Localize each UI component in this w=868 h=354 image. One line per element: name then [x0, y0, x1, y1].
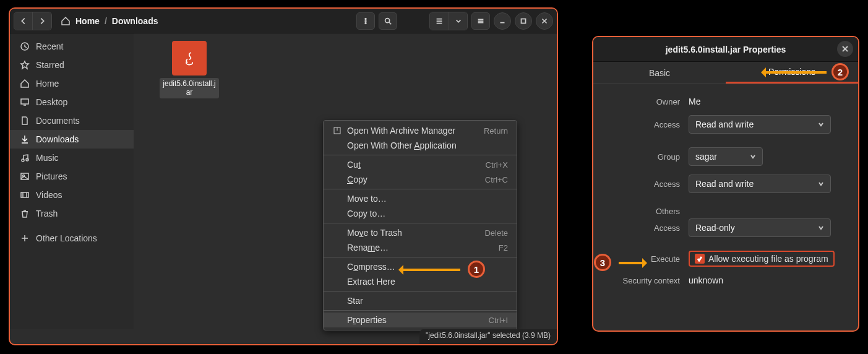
annotation-circle-3: 3 — [594, 254, 611, 271]
sidebar-item-desktop[interactable]: Desktop — [10, 93, 134, 111]
ctx-move-to[interactable]: Move to… — [324, 191, 517, 206]
row-security-context: Security context unknown — [608, 275, 843, 285]
checkbox-checked-icon — [695, 254, 705, 264]
svg-marker-16 — [21, 61, 28, 69]
svg-rect-25 — [21, 192, 28, 197]
annotation-arrow-2 — [765, 71, 827, 74]
properties-header: jedit5.6.0install.jar Properties — [593, 37, 858, 62]
ctx-separator — [324, 189, 517, 189]
grid-view-button[interactable] — [471, 12, 490, 30]
breadcrumb-separator: / — [105, 16, 107, 26]
annotation-circle-1: 1 — [468, 261, 485, 278]
ctx-open-other[interactable]: Open With Other Application — [324, 138, 517, 153]
svg-point-2 — [365, 22, 366, 24]
chevron-down-icon — [750, 153, 756, 160]
sidebar-item-starred[interactable]: Starred — [10, 56, 134, 74]
row-group-access: Access Read and write — [608, 175, 843, 193]
ctx-star[interactable]: Star — [324, 293, 517, 308]
group-select[interactable]: sagar — [689, 147, 763, 166]
sidebar-item-other-locations[interactable]: Other Locations — [10, 229, 134, 248]
svg-point-0 — [365, 18, 366, 19]
breadcrumb-home[interactable]: Home — [75, 16, 100, 26]
close-button[interactable] — [536, 12, 553, 30]
back-button[interactable] — [14, 12, 33, 30]
ctx-cut[interactable]: CutCtrl+X — [324, 157, 517, 172]
chevron-down-icon — [818, 225, 824, 231]
tab-basic[interactable]: Basic — [593, 62, 726, 84]
sidebar-item-trash[interactable]: Trash — [10, 204, 134, 223]
ctx-separator — [324, 155, 517, 155]
ctx-open-archive[interactable]: Open With Archive Manager Return — [324, 123, 517, 138]
sidebar-item-pictures[interactable]: Pictures — [10, 167, 134, 186]
ctx-copy-to[interactable]: Copy to… — [324, 206, 517, 221]
row-owner: Owner Me — [608, 97, 843, 106]
sidebar-item-home[interactable]: Home — [10, 74, 134, 93]
sidebar-item-videos[interactable]: Videos — [10, 186, 134, 204]
others-access-select[interactable]: Read-only — [689, 218, 831, 237]
list-view-button[interactable] — [430, 12, 449, 30]
ctx-separator — [324, 257, 517, 257]
forward-button[interactable] — [33, 12, 51, 30]
chevron-down-icon — [818, 181, 824, 187]
properties-title: jedit5.6.0install.jar Properties — [666, 45, 786, 54]
file-jedit-jar[interactable]: jedit5.6.0install.jar — [160, 41, 219, 98]
row-others-access: Access Read-only — [608, 218, 843, 237]
group-access-select[interactable]: Read and write — [689, 175, 831, 193]
annotation-circle-2: 2 — [831, 63, 849, 80]
file-name-label: jedit5.6.0install.jar — [160, 78, 219, 98]
minimize-button[interactable] — [494, 12, 511, 30]
svg-point-3 — [385, 18, 390, 22]
chevron-down-icon — [818, 121, 824, 127]
svg-point-22 — [26, 158, 28, 161]
svg-line-4 — [389, 22, 392, 24]
properties-window: jedit5.6.0install.jar Properties Basic P… — [592, 36, 859, 332]
breadcrumb[interactable]: Home / Downloads — [56, 16, 163, 26]
annotation-arrow-1 — [402, 269, 460, 271]
file-manager-window: Home / Downloads Recent Starred Home Des… — [9, 7, 558, 345]
row-others: Others — [608, 207, 843, 216]
ctx-separator — [324, 310, 517, 311]
sidebar-item-downloads[interactable]: Downloads — [10, 130, 134, 149]
ctx-rename[interactable]: Rename…F2 — [324, 240, 517, 255]
nav-back-forward — [14, 12, 52, 30]
row-group: Group sagar — [608, 147, 843, 166]
ctx-extract[interactable]: Extract Here — [324, 274, 517, 289]
ctx-separator — [324, 291, 517, 291]
properties-close-button[interactable] — [837, 41, 853, 57]
view-mode-cluster — [429, 12, 468, 30]
headerbar: Home / Downloads — [10, 9, 557, 33]
context-menu: Open With Archive Manager Return Open Wi… — [323, 120, 517, 330]
statusbar: "jedit5.6.0install.jar" selected (3.9 MB… — [419, 329, 557, 344]
search-button[interactable] — [379, 12, 397, 30]
annotation-arrow-3 — [619, 262, 643, 264]
owner-access-select[interactable]: Read and write — [689, 115, 831, 134]
execute-checkbox[interactable]: Allow executing file as program — [689, 251, 835, 267]
ctx-separator — [324, 223, 517, 223]
sidebar-item-music[interactable]: Music — [10, 149, 134, 167]
sidebar-item-documents[interactable]: Documents — [10, 111, 134, 130]
breadcrumb-current[interactable]: Downloads — [112, 16, 158, 26]
maximize-button[interactable] — [515, 12, 532, 30]
hamburger-button[interactable] — [356, 12, 375, 30]
archive-icon — [332, 126, 342, 136]
view-dropdown-button[interactable] — [449, 12, 467, 30]
row-owner-access: Access Read and write — [608, 115, 843, 134]
ctx-copy[interactable]: CopyCtrl+C — [324, 172, 517, 187]
java-jar-icon — [172, 41, 207, 76]
sidebar: Recent Starred Home Desktop Documents Do… — [10, 33, 134, 329]
svg-rect-17 — [21, 99, 28, 104]
svg-point-21 — [22, 159, 24, 162]
home-icon — [61, 16, 71, 26]
ctx-move-trash[interactable]: Move to TrashDelete — [324, 225, 517, 240]
svg-point-1 — [365, 20, 366, 22]
svg-rect-12 — [522, 19, 526, 23]
ctx-properties[interactable]: PropertiesCtrl+I — [324, 313, 517, 327]
sidebar-item-recent[interactable]: Recent — [10, 37, 134, 56]
content-area[interactable]: jedit5.6.0install.jar Open With Archive … — [134, 33, 557, 329]
ctx-compress[interactable]: Compress… — [324, 259, 517, 274]
